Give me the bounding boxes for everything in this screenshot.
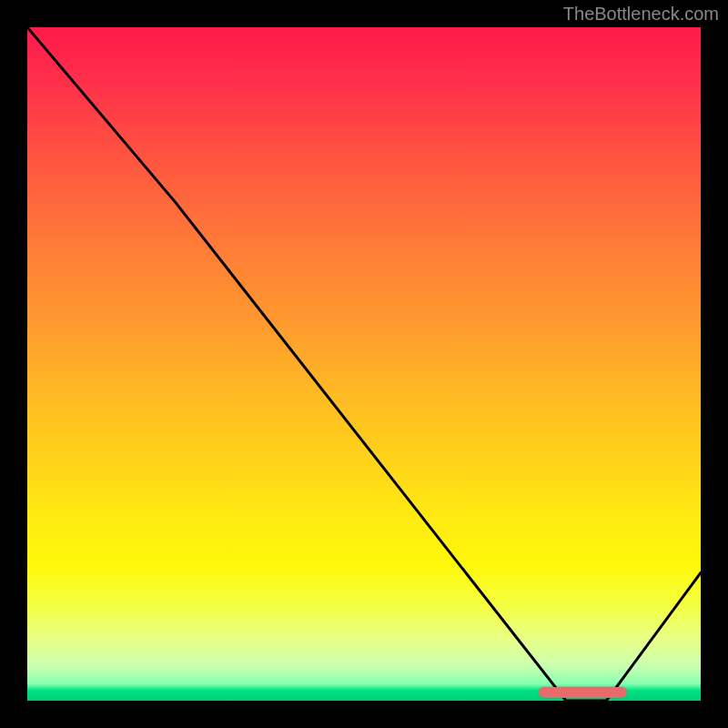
plot-area <box>27 27 701 701</box>
optimal-range-marker <box>539 687 626 698</box>
chart-container: TheBottleneck.com <box>0 0 728 728</box>
bottleneck-curve-line <box>27 27 701 701</box>
watermark-text: TheBottleneck.com <box>563 4 719 25</box>
chart-svg <box>27 27 701 701</box>
